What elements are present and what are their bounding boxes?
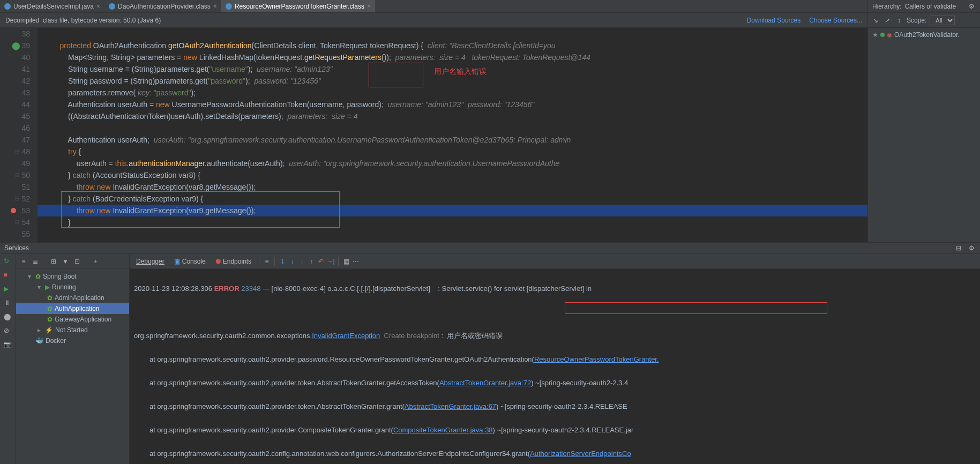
tree-not-started[interactable]: ▸⚡Not Started [16, 325, 129, 335]
close-icon[interactable]: × [367, 3, 371, 10]
run-to-cursor-icon[interactable]: →| [326, 257, 335, 266]
collapse-icon[interactable]: ⊟ [954, 244, 963, 252]
hierarchy-panel: Hierarchy: Callers of validate ⚙ ↘ ↗ ↕ S… [867, 0, 980, 242]
tree-docker[interactable]: 🐳Docker [16, 335, 129, 346]
step-over-icon[interactable]: ⤵ [278, 257, 287, 266]
services-header: Services ⊟ ⚙ [0, 242, 980, 254]
class-icon [109, 3, 115, 10]
close-icon[interactable]: × [96, 3, 100, 10]
gear-icon[interactable]: ⚙ [967, 2, 976, 11]
stop-icon[interactable]: ■ [4, 271, 12, 280]
force-step-into-icon[interactable]: ↓ [297, 257, 306, 266]
tab-daoauth[interactable]: DaoAuthenticationProvider.class× [104, 0, 221, 12]
download-sources-link[interactable]: Download Sources [747, 17, 801, 24]
sort-icon[interactable]: ↕ [895, 16, 903, 25]
gear-icon[interactable]: ⚙ [967, 244, 976, 252]
tab-resourceowner[interactable]: ResourceOwnerPasswordTokenGranter.class× [221, 0, 375, 12]
rerun-icon[interactable]: ↻ [4, 257, 12, 266]
view-breakpoints-icon[interactable]: ⬤ [4, 313, 12, 321]
infobar-text: Decompiled .class file, bytecode version… [5, 17, 161, 24]
debugger-tab[interactable]: Debugger [132, 256, 169, 267]
evaluate-icon[interactable]: ▦ [342, 257, 350, 266]
console-tabs-bar: Debugger ▣Console ⬢Endpoints ≡ ⤵ ↓ ↓ ↑ ↶… [130, 254, 980, 269]
tab-userdetails[interactable]: UserDetailsServiceImpl.java× [0, 0, 104, 12]
step-into-icon[interactable]: ↓ [288, 257, 296, 266]
source-link[interactable]: AuthorizationServerEndpointsCo [530, 450, 631, 458]
choose-sources-link[interactable]: Choose Sources... [809, 17, 862, 24]
console-output[interactable]: 2020-11-23 12:08:28.306 ERROR 23348 --- … [130, 269, 980, 464]
hierarchy-item[interactable]: ★ ◉ OAuth2TokenValidator. [872, 30, 976, 40]
threads-icon[interactable]: ≡ [263, 257, 271, 266]
filter-icon[interactable]: ▼ [61, 257, 70, 266]
pause-icon[interactable]: ⏸ [4, 299, 12, 308]
exception-link[interactable]: InvalidGrantException [312, 332, 380, 340]
step-out-icon[interactable]: ↑ [307, 257, 316, 266]
source-link[interactable]: AbstractTokenGranter.java:72 [439, 379, 531, 387]
camera-icon[interactable]: 📷 [4, 341, 12, 349]
decompiled-infobar: Decompiled .class file, bytecode version… [0, 13, 867, 28]
tree-root-spring[interactable]: ▾✿Spring Boot [16, 271, 129, 282]
scope-label: Scope: [907, 17, 926, 24]
tree-app-auth[interactable]: ✿AuthApplication [16, 303, 129, 314]
layout-icon[interactable]: ⊡ [73, 257, 81, 266]
mute-breakpoints-icon[interactable]: ⊘ [4, 327, 12, 335]
tree-app-gateway[interactable]: ✿GatewayApplication [16, 314, 129, 325]
add-icon[interactable]: + [91, 257, 100, 266]
drop-frame-icon[interactable]: ↶ [317, 257, 325, 266]
debug-toolbar: ↻ ■ ▶ ⏸ ⬤ ⊘ 📷 [0, 254, 16, 464]
services-title: Services [4, 244, 29, 252]
endpoints-tab[interactable]: ⬢Endpoints [211, 256, 256, 267]
editor-tabs: UserDetailsServiceImpl.java× DaoAuthenti… [0, 0, 867, 13]
code-editor[interactable]: 38 ⬤⊟39 40 41 42 43 44 45 46 47 ⊟48 49 ⊟… [0, 28, 867, 242]
gutter: 38 ⬤⊟39 40 41 42 43 44 45 46 47 ⊟48 49 ⊟… [0, 28, 38, 242]
services-tree: ▾✿Spring Boot ▾▶Running ✿AdminApplicatio… [16, 269, 129, 464]
scope-select[interactable]: All [930, 16, 955, 25]
java-icon [4, 3, 11, 10]
console-tab[interactable]: ▣Console [170, 256, 210, 267]
class-icon [226, 3, 232, 10]
hierarchy-callee-icon[interactable]: ↘ [871, 16, 880, 25]
hierarchy-caller-icon[interactable]: ↗ [883, 16, 892, 25]
source-link[interactable]: ResourceOwnerPasswordTokenGranter. [534, 355, 659, 363]
trace-icon[interactable]: ⋯ [351, 257, 360, 266]
annotation-text: 用户名输入错误 [434, 65, 487, 77]
code-area[interactable]: protected OAuth2Authentication getOAuth2… [38, 28, 867, 242]
tree-app-admin[interactable]: ✿AdminApplication [16, 293, 129, 303]
hierarchy-subtitle: Callers of validate [905, 3, 956, 10]
expand-icon[interactable]: ≡ [19, 257, 28, 266]
source-link[interactable]: AbstractTokenGranter.java:67 [405, 402, 496, 410]
tree-toolbar: ≡ ≣ ⊞ ▼ ⊡ + [16, 254, 129, 269]
source-link[interactable]: CompositeTokenGranter.java:38 [393, 426, 493, 434]
hierarchy-title: Hierarchy: [872, 3, 902, 10]
group-icon[interactable]: ⊞ [49, 257, 58, 266]
collapse-icon[interactable]: ≣ [31, 257, 40, 266]
resume-icon[interactable]: ▶ [4, 285, 12, 294]
close-icon[interactable]: × [213, 3, 217, 10]
tree-running[interactable]: ▾▶Running [16, 282, 129, 293]
breakpoint-icon[interactable] [11, 208, 16, 213]
